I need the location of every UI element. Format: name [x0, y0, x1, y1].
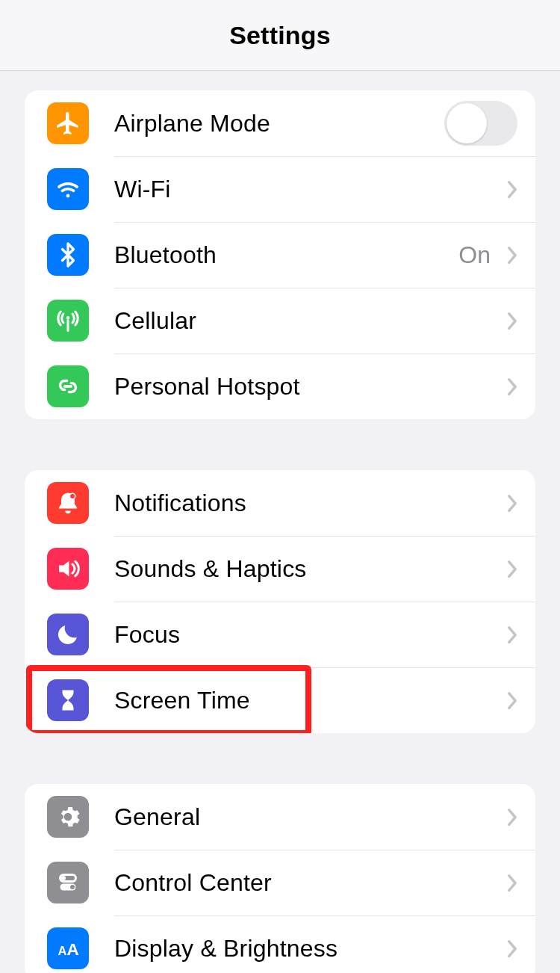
moon-icon [47, 614, 89, 655]
svg-text:A: A [67, 940, 79, 959]
svg-text:A: A [58, 944, 67, 957]
bell-icon [47, 482, 89, 524]
settings-group-network: Airplane Mode Wi-Fi Bluetooth On Cellula… [25, 90, 535, 419]
speaker-icon [47, 548, 89, 590]
settings-group-alerts: Notifications Sounds & Haptics Focus Scr… [25, 470, 535, 733]
navigation-bar: Settings [0, 0, 560, 71]
svg-point-0 [66, 194, 70, 198]
row-label: Personal Hotspot [114, 373, 498, 401]
wifi-icon [47, 168, 89, 210]
chevron-right-icon [507, 626, 517, 643]
row-personal-hotspot[interactable]: Personal Hotspot [25, 353, 535, 419]
row-label: General [114, 803, 498, 831]
page-title: Settings [229, 21, 331, 50]
chevron-right-icon [507, 691, 517, 709]
svg-point-4 [61, 876, 66, 880]
svg-point-2 [69, 493, 75, 499]
row-control-center[interactable]: Control Center [25, 850, 535, 915]
chevron-right-icon [507, 939, 517, 957]
row-label: Screen Time [114, 687, 498, 714]
airplane-icon [47, 102, 89, 144]
row-display-brightness[interactable]: AA Display & Brightness [25, 915, 535, 973]
row-label: Notifications [114, 489, 498, 517]
gear-icon [47, 796, 89, 838]
svg-point-1 [66, 316, 70, 320]
row-cellular[interactable]: Cellular [25, 288, 535, 353]
row-label: Sounds & Haptics [114, 555, 498, 583]
row-label: Airplane Mode [114, 110, 444, 138]
row-label: Display & Brightness [114, 935, 498, 963]
row-label: Control Center [114, 869, 498, 897]
chevron-right-icon [507, 808, 517, 826]
text-size-icon: AA [47, 927, 89, 969]
chevron-right-icon [507, 494, 517, 512]
hourglass-icon [47, 679, 89, 721]
settings-group-system: General Control Center AA Display & Brig… [25, 784, 535, 973]
airplane-mode-toggle[interactable] [444, 101, 517, 146]
row-value: On [458, 241, 491, 269]
chevron-right-icon [507, 246, 517, 264]
svg-point-6 [70, 885, 75, 889]
row-airplane-mode[interactable]: Airplane Mode [25, 90, 535, 156]
row-label: Bluetooth [114, 241, 458, 269]
row-sounds-haptics[interactable]: Sounds & Haptics [25, 536, 535, 602]
chevron-right-icon [507, 377, 517, 395]
chevron-right-icon [507, 312, 517, 330]
chevron-right-icon [507, 874, 517, 892]
settings-content: Airplane Mode Wi-Fi Bluetooth On Cellula… [0, 90, 560, 973]
row-notifications[interactable]: Notifications [25, 470, 535, 536]
chevron-right-icon [507, 180, 517, 198]
row-wifi[interactable]: Wi-Fi [25, 156, 535, 222]
bluetooth-icon [47, 234, 89, 276]
row-general[interactable]: General [25, 784, 535, 850]
hotspot-icon [47, 365, 89, 407]
row-bluetooth[interactable]: Bluetooth On [25, 222, 535, 288]
toggles-icon [47, 862, 89, 904]
row-label: Focus [114, 621, 498, 649]
row-label: Wi-Fi [114, 176, 498, 203]
chevron-right-icon [507, 560, 517, 578]
row-label: Cellular [114, 307, 498, 335]
antenna-icon [47, 300, 89, 342]
row-focus[interactable]: Focus [25, 602, 535, 667]
row-screen-time[interactable]: Screen Time [25, 667, 535, 733]
